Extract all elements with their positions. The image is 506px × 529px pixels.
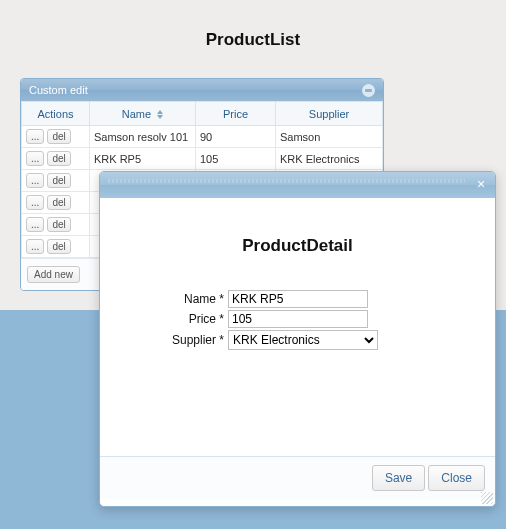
col-name[interactable]: Name [90, 102, 196, 126]
sort-icon [157, 110, 163, 119]
resize-grip-icon[interactable] [481, 492, 493, 504]
delete-button[interactable]: del [47, 129, 70, 144]
cell-supplier: KRK Electronics [276, 148, 383, 170]
dialog-body: ProductDetail Name * Price * Supplier * … [100, 198, 495, 456]
cell-name: Samson resolv 101 [90, 126, 196, 148]
dialog-footer: Save Close [100, 456, 495, 499]
save-button[interactable]: Save [372, 465, 425, 491]
label-supplier: Supplier * [116, 333, 228, 347]
edit-button[interactable]: ... [26, 195, 44, 210]
table-row: ... del Samson resolv 101 90 Samson [22, 126, 383, 148]
label-price: Price * [116, 312, 228, 326]
col-price[interactable]: Price [196, 102, 276, 126]
delete-button[interactable]: del [47, 195, 70, 210]
edit-button[interactable]: ... [26, 173, 44, 188]
delete-button[interactable]: del [47, 151, 70, 166]
supplier-select[interactable]: KRK Electronics [228, 330, 378, 350]
delete-button[interactable]: del [47, 239, 70, 254]
cell-name: KRK RP5 [90, 148, 196, 170]
col-actions[interactable]: Actions [22, 102, 90, 126]
edit-button[interactable]: ... [26, 217, 44, 232]
product-detail-dialog: × ProductDetail Name * Price * Supplier … [99, 171, 496, 507]
delete-button[interactable]: del [47, 217, 70, 232]
edit-button[interactable]: ... [26, 151, 44, 166]
cell-supplier: Samson [276, 126, 383, 148]
table-row: ... del KRK RP5 105 KRK Electronics [22, 148, 383, 170]
delete-button[interactable]: del [47, 173, 70, 188]
col-supplier[interactable]: Supplier [276, 102, 383, 126]
collapse-icon[interactable] [362, 84, 375, 97]
label-name: Name * [116, 292, 228, 306]
add-new-button[interactable]: Add new [27, 266, 80, 283]
dialog-title: ProductDetail [116, 236, 479, 256]
dialog-header[interactable]: × [100, 172, 495, 198]
page-title: ProductList [0, 0, 506, 70]
cell-price: 105 [196, 148, 276, 170]
name-field[interactable] [228, 290, 368, 308]
close-icon[interactable]: × [473, 177, 489, 193]
panel-title: Custom edit [29, 84, 88, 96]
cell-price: 90 [196, 126, 276, 148]
edit-button[interactable]: ... [26, 129, 44, 144]
edit-button[interactable]: ... [26, 239, 44, 254]
close-button[interactable]: Close [428, 465, 485, 491]
drag-texture [108, 179, 465, 183]
panel-header: Custom edit [21, 79, 383, 101]
price-field[interactable] [228, 310, 368, 328]
